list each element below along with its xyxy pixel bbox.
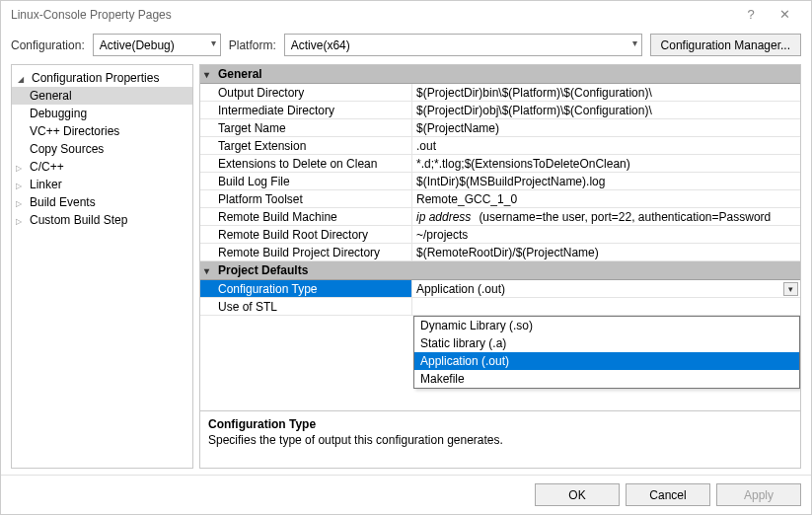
property-value[interactable]: *.d;*.tlog;$(ExtensionsToDeleteOnClean) bbox=[412, 155, 800, 172]
chevron-down-icon: ▾ bbox=[211, 37, 216, 48]
nav-item-general[interactable]: General bbox=[12, 87, 192, 105]
property-row[interactable]: Platform ToolsetRemote_GCC_1_0 bbox=[200, 190, 800, 208]
property-label: Output Directory bbox=[200, 84, 412, 101]
apply-button[interactable]: Apply bbox=[716, 483, 801, 506]
property-row[interactable]: Remote Build Project Directory$(RemoteRo… bbox=[200, 244, 800, 261]
property-grid[interactable]: ▾GeneralOutput Directory$(ProjectDir)bin… bbox=[200, 65, 800, 410]
config-bar: Configuration: Active(Debug) ▾ Platform:… bbox=[1, 26, 811, 64]
property-row[interactable]: Output Directory$(ProjectDir)bin\$(Platf… bbox=[200, 84, 800, 102]
section-header[interactable]: ▾General bbox=[200, 65, 800, 84]
window-title: Linux-Console Property Pages bbox=[11, 8, 734, 22]
cancel-button[interactable]: Cancel bbox=[626, 483, 710, 506]
dropdown-option[interactable]: Makefile bbox=[414, 370, 799, 388]
property-row[interactable]: Build Log File$(IntDir)$(MSBuildProjectN… bbox=[200, 173, 800, 190]
property-row[interactable]: Remote Build Root Directory~/projects bbox=[200, 226, 800, 244]
nav-item-debugging[interactable]: Debugging bbox=[12, 105, 192, 122]
titlebar: Linux-Console Property Pages ? ✕ bbox=[1, 1, 811, 26]
property-value[interactable]: .out bbox=[412, 137, 800, 154]
ok-button[interactable]: OK bbox=[535, 483, 620, 506]
nav-item-vc-directories[interactable]: VC++ Directories bbox=[12, 122, 192, 140]
property-value[interactable]: Remote_GCC_1_0 bbox=[412, 190, 800, 207]
description-panel: Configuration Type Specifies the type of… bbox=[200, 410, 800, 468]
property-grid-panel: ▾GeneralOutput Directory$(ProjectDir)bin… bbox=[199, 64, 801, 469]
dialog-footer: OK Cancel Apply bbox=[1, 475, 811, 514]
property-value[interactable]: $(ProjectDir)bin\$(Platform)\$(Configura… bbox=[412, 84, 800, 101]
property-row[interactable]: Extensions to Delete on Clean*.d;*.tlog;… bbox=[200, 155, 800, 173]
description-text: Specifies the type of output this config… bbox=[208, 433, 792, 447]
description-title: Configuration Type bbox=[208, 417, 792, 431]
section-header[interactable]: ▾Project Defaults bbox=[200, 261, 800, 280]
property-label: Extensions to Delete on Clean bbox=[200, 155, 412, 172]
property-pages-window: Linux-Console Property Pages ? ✕ Configu… bbox=[0, 0, 812, 515]
property-value[interactable]: $(ProjectName) bbox=[412, 119, 800, 136]
property-row[interactable]: Use of STL bbox=[200, 298, 800, 316]
nav-item-copy-sources[interactable]: Copy Sources bbox=[12, 140, 192, 158]
property-row[interactable]: Intermediate Directory$(ProjectDir)obj\$… bbox=[200, 102, 800, 119]
section-title: Project Defaults bbox=[218, 263, 308, 277]
property-row[interactable]: Target Extension.out bbox=[200, 137, 800, 155]
property-label: Use of STL bbox=[200, 298, 412, 315]
configuration-label: Configuration: bbox=[11, 38, 85, 52]
configuration-value: Active(Debug) bbox=[100, 38, 175, 52]
dropdown-option[interactable]: Application (.out) bbox=[414, 352, 799, 370]
nav-item-build-events[interactable]: Build Events bbox=[12, 193, 192, 211]
dropdown-option[interactable]: Static library (.a) bbox=[414, 334, 799, 352]
nav-root[interactable]: Configuration Properties bbox=[12, 69, 192, 87]
config-type-dropdown[interactable]: Dynamic Library (.so)Static library (.a)… bbox=[413, 316, 800, 389]
nav-item-custom-build-step[interactable]: Custom Build Step bbox=[12, 211, 192, 229]
property-label: Configuration Type bbox=[200, 280, 412, 297]
property-value[interactable]: $(IntDir)$(MSBuildProjectName).log bbox=[412, 173, 800, 189]
property-value[interactable]: ~/projects bbox=[412, 226, 800, 243]
property-row[interactable]: Target Name$(ProjectName) bbox=[200, 119, 800, 137]
property-label: Remote Build Machine bbox=[200, 208, 412, 225]
property-value[interactable]: $(ProjectDir)obj\$(Platform)\$(Configura… bbox=[412, 102, 800, 118]
dropdown-button[interactable]: ▾ bbox=[783, 282, 798, 296]
dropdown-option[interactable]: Dynamic Library (.so) bbox=[414, 317, 799, 334]
nav-item-linker[interactable]: Linker bbox=[12, 176, 192, 193]
property-row[interactable]: Remote Build Machineip address(username=… bbox=[200, 208, 800, 226]
ip-placeholder: ip address bbox=[416, 210, 471, 224]
property-label: Intermediate Directory bbox=[200, 102, 412, 118]
nav-tree[interactable]: Configuration PropertiesGeneralDebugging… bbox=[11, 64, 193, 469]
property-row[interactable]: Configuration TypeApplication (.out)▾ bbox=[200, 280, 800, 298]
section-title: General bbox=[218, 67, 262, 81]
property-value[interactable]: $(RemoteRootDir)/$(ProjectName) bbox=[412, 244, 800, 260]
chevron-down-icon: ▾ bbox=[632, 37, 637, 48]
help-button[interactable]: ? bbox=[734, 7, 768, 22]
close-button[interactable]: ✕ bbox=[768, 7, 801, 22]
platform-label: Platform: bbox=[229, 38, 276, 52]
nav-item-c-c-[interactable]: C/C++ bbox=[12, 158, 192, 176]
property-label: Remote Build Root Directory bbox=[200, 226, 412, 243]
collapse-icon: ▾ bbox=[204, 69, 218, 80]
configuration-select[interactable]: Active(Debug) ▾ bbox=[93, 34, 221, 56]
property-value[interactable]: ip address(username=the user, port=22, a… bbox=[412, 208, 800, 225]
property-value[interactable]: Application (.out)▾ bbox=[412, 280, 800, 297]
collapse-icon: ▾ bbox=[204, 265, 218, 276]
property-label: Target Name bbox=[200, 119, 412, 136]
property-label: Remote Build Project Directory bbox=[200, 244, 412, 260]
property-label: Build Log File bbox=[200, 173, 412, 189]
property-label: Platform Toolset bbox=[200, 190, 412, 207]
platform-value: Active(x64) bbox=[291, 38, 350, 52]
property-value[interactable] bbox=[412, 298, 800, 315]
platform-select[interactable]: Active(x64) ▾ bbox=[284, 34, 642, 56]
property-label: Target Extension bbox=[200, 137, 412, 154]
configuration-manager-button[interactable]: Configuration Manager... bbox=[650, 34, 801, 56]
